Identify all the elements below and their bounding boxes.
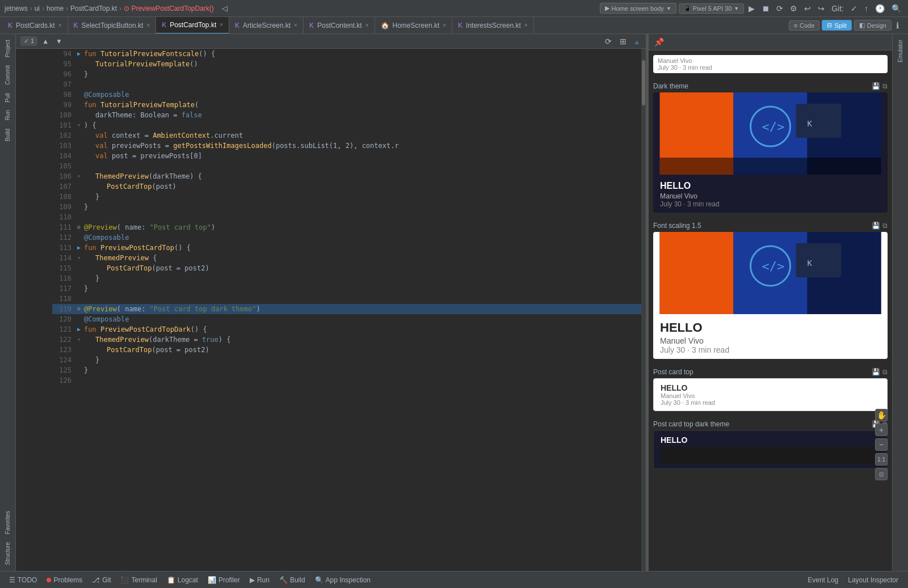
info-btn[interactable]: ℹ: [894, 20, 901, 31]
save-preview-icon[interactable]: 💾: [872, 82, 880, 90]
terminal-item[interactable]: ⬛ Terminal: [116, 572, 162, 589]
problems-item[interactable]: Problems: [42, 572, 87, 589]
zoom-in-btn[interactable]: +: [875, 424, 888, 436]
emulator-icon[interactable]: Emulator: [896, 36, 905, 66]
fold-114[interactable]: ▾: [75, 254, 83, 262]
close-homescreen[interactable]: ×: [443, 22, 446, 28]
kt-icon: K: [458, 22, 463, 29]
preview-selector-btn[interactable]: ▶ Home screen body ▼: [600, 3, 676, 14]
pull-icon[interactable]: Pull: [3, 90, 12, 106]
tab-articlescreen[interactable]: K ArticleScreen.kt ×: [229, 17, 304, 34]
code-line-99: 99 fun TutorialPreviewTemplate(: [52, 100, 641, 110]
close-articlescreen[interactable]: ×: [294, 22, 297, 28]
expand-pct-icon[interactable]: ⧉: [882, 368, 888, 376]
breadcrumb-function[interactable]: ⊙ PreviewPostCardTopDark(): [124, 5, 214, 12]
grid-view-btn[interactable]: ⊞: [617, 36, 629, 47]
reset-zoom-btn[interactable]: ⊡: [875, 468, 888, 480]
post-card-top-title: Post card top: [653, 368, 693, 376]
structure-icon[interactable]: Structure: [3, 539, 12, 569]
app-inspection-item[interactable]: 🔍 App Inspection: [310, 572, 376, 589]
git-btn[interactable]: Git:: [829, 3, 846, 14]
pin-preview-btn[interactable]: 📌: [653, 36, 665, 48]
next-preview-btn[interactable]: ▼: [53, 36, 65, 46]
run-icon[interactable]: Run: [3, 107, 12, 124]
svg-rect-6: [796, 104, 842, 138]
tab-postcards[interactable]: K PostCards.kt ×: [2, 17, 68, 34]
fold-106[interactable]: ▾: [75, 172, 83, 180]
close-interestsscreen[interactable]: ×: [524, 22, 528, 28]
search-btn[interactable]: 🔍: [889, 3, 903, 14]
close-postcardtop[interactable]: ×: [220, 22, 223, 28]
git-bottom-item[interactable]: ⎇ Git: [87, 572, 116, 589]
profiler-item[interactable]: 📊 Profiler: [203, 572, 245, 589]
code-line-107: 107 PostCardTop(post): [52, 181, 641, 192]
tab-postcontent[interactable]: K PostContent.kt ×: [304, 17, 375, 34]
layers-btn[interactable]: ⟁: [632, 36, 641, 47]
bottom-right-items: Event Log Layout Inspector: [803, 572, 903, 589]
build-bottom-item[interactable]: 🔨 Build: [275, 572, 310, 589]
breadcrumb-jetnews[interactable]: jetnews: [5, 5, 28, 12]
design-view-btn[interactable]: ◧ Design: [854, 20, 892, 31]
settings-icon-111[interactable]: ⚙: [75, 223, 83, 231]
breadcrumb-ui[interactable]: ui: [35, 5, 40, 12]
prev-preview-btn[interactable]: ▲: [40, 36, 51, 46]
run-icon-121[interactable]: ▶: [75, 325, 83, 333]
scrollbar-thumb[interactable]: [642, 60, 645, 105]
save-pct-icon[interactable]: 💾: [872, 368, 880, 376]
close-selecttopicbutton[interactable]: ×: [146, 22, 150, 28]
font-scaling-section: Font scaling 1.5 💾 ⧉: [653, 222, 888, 359]
run-btn[interactable]: ▶: [746, 3, 757, 14]
fold-122[interactable]: ▾: [75, 336, 83, 344]
fold-101[interactable]: ▾: [75, 121, 83, 129]
build-icon[interactable]: Build: [3, 125, 12, 145]
stop-btn[interactable]: ⏹: [759, 3, 772, 14]
hand-tool-btn[interactable]: ✋: [875, 409, 888, 421]
code-view-btn[interactable]: ≡ Code: [789, 20, 820, 31]
tab-postcardtop[interactable]: K PostCardTop.kt ×: [156, 17, 229, 34]
tab-interestsscreen[interactable]: K InterestsScreen.kt ×: [452, 17, 534, 34]
breadcrumb-file[interactable]: PostCardTop.kt: [70, 5, 117, 12]
commit-btn[interactable]: ✓: [848, 3, 860, 14]
code-line-111: 111 ⚙ @Preview( name: "Post card top"): [52, 222, 641, 232]
project-icon[interactable]: Project: [3, 36, 12, 61]
refresh-preview-btn[interactable]: ⟳: [603, 36, 614, 47]
tab-homescreen[interactable]: 🏠 HomeScreen.kt ×: [375, 17, 453, 34]
layout-inspector-item[interactable]: Layout Inspector: [843, 572, 903, 589]
code-line-94: 94 ▶ fun TutorialPreviewFontscale() {: [52, 49, 641, 59]
close-postcards[interactable]: ×: [58, 22, 62, 28]
close-postcontent[interactable]: ×: [365, 22, 369, 28]
font-scaling-card: </> K HELLO Manuel Vivo July 30 · 3 min …: [653, 232, 888, 359]
undo-btn[interactable]: ↩: [802, 3, 813, 14]
run-bottom-item[interactable]: ▶ Run: [245, 572, 275, 589]
device-selector-btn[interactable]: 📱 Pixel 5 API 30 ▼: [679, 3, 744, 14]
settings-icon-119[interactable]: ⚙: [75, 305, 83, 313]
logcat-item[interactable]: 📋 Logcat: [162, 572, 203, 589]
settings-btn[interactable]: ⚙: [788, 3, 800, 14]
code-lines[interactable]: 94 ▶ fun TutorialPreviewFontscale() { 95…: [50, 49, 641, 571]
refresh-btn[interactable]: ⟳: [774, 3, 785, 14]
history-btn[interactable]: 🕐: [873, 3, 887, 14]
preview-panel-wrapper: 📌 Manuel Vivo July 30 · 3 min read Dark …: [648, 34, 892, 571]
editor-scrollbar[interactable]: [641, 49, 646, 571]
code-line-125: 125 }: [52, 365, 641, 375]
expand-font-icon[interactable]: ⧉: [882, 222, 888, 230]
code-line-126: 126: [52, 375, 641, 386]
run-icon-94[interactable]: ▶: [75, 50, 83, 58]
event-log-item[interactable]: Event Log: [803, 572, 843, 589]
code-line-115: 115 PostCardTop(post = post2): [52, 263, 641, 273]
tab-selecttopicbutton[interactable]: K SelectTopicButton.kt ×: [68, 17, 157, 34]
todo-item[interactable]: ☰ TODO: [5, 572, 42, 589]
svg-rect-10: [660, 232, 734, 314]
code-line-95: 95 TutorialPreviewTemplate(): [52, 59, 641, 69]
split-view-btn[interactable]: ⊟ Split: [822, 20, 851, 31]
zoom-out-btn[interactable]: −: [875, 438, 888, 451]
run-icon-113[interactable]: ▶: [75, 244, 83, 252]
save-font-icon[interactable]: 💾: [872, 222, 880, 230]
favorites-icon[interactable]: Favorites: [3, 507, 12, 538]
breadcrumb-home[interactable]: home: [47, 5, 64, 12]
commit-icon[interactable]: Commit: [3, 62, 12, 88]
expand-preview-icon[interactable]: ⧉: [882, 82, 888, 90]
fit-btn[interactable]: 1:1: [875, 453, 888, 466]
redo-btn[interactable]: ↪: [815, 3, 827, 14]
push-btn[interactable]: ↑: [862, 3, 871, 14]
